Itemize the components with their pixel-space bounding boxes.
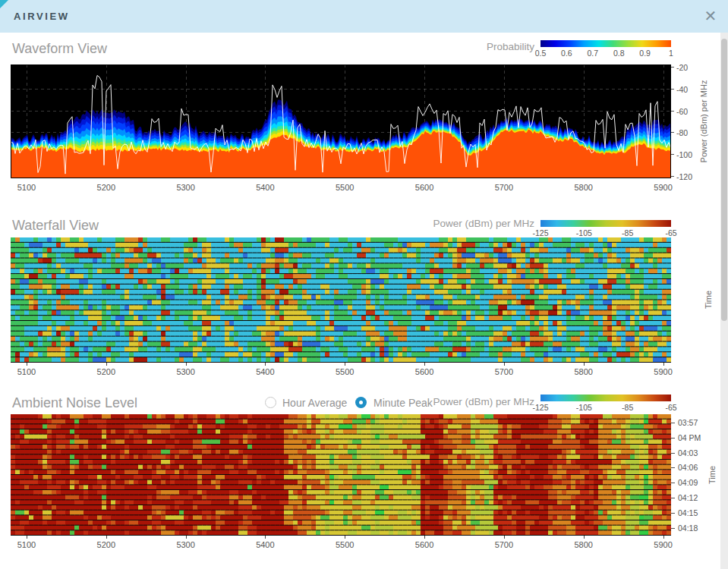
waterfall-colorbar-ticks: -125-105-85-65 [540,228,671,237]
scrollbar-thumb[interactable] [721,39,727,321]
waterfall-colorbar [540,220,671,227]
hour-average-radio[interactable] [265,397,276,408]
ambient-x-axis: 510052005300540055005600570058005900 [11,536,671,549]
probability-colorbar-ticks: 0.50.60.70.80.91 [540,49,671,58]
waveform-section-title: Waveform View [12,41,107,57]
window-title: AIRVIEW [14,11,70,22]
waveform-y-axis-label: Power (dBm) per MHz [699,80,708,163]
waterfall-legend-label: Power (dBm) per MHz [433,218,534,229]
waveform-x-axis: 510052005300540055005600570058005900 [11,182,671,196]
hour-average-label[interactable]: Hour Average [282,397,347,409]
close-icon: ✕ [704,8,717,24]
ambient-noise-plot [11,414,671,536]
ambient-time-axis-label: Time [708,466,717,484]
close-button[interactable]: ✕ [701,8,720,26]
waveform-plot [11,64,671,178]
corner-fold-icon [0,0,8,8]
titlebar: AIRVIEW ✕ [0,0,728,33]
airview-window: AIRVIEW ✕ Waveform View Probability 0.50… [0,0,728,569]
waterfall-x-axis: 510052005300540055005600570058005900 [11,363,671,376]
waterfall-plot [11,237,671,363]
waveform-legend-label: Probability [487,41,534,52]
waterfall-time-axis-label: Time [704,291,713,309]
probability-colorbar [540,40,671,47]
ambient-section-title: Ambient Noise Level [12,395,137,411]
ambient-colorbar [540,395,671,401]
scrollbar-track [720,33,728,569]
minute-peak-label[interactable]: Minute Peak [373,397,433,409]
ambient-legend-label: Power (dBm) per MHz [433,396,534,407]
ambient-colorbar-ticks: -125-105-85-65 [540,403,671,412]
minute-peak-radio[interactable] [355,397,367,408]
waterfall-section-title: Waterfall View [12,218,99,234]
